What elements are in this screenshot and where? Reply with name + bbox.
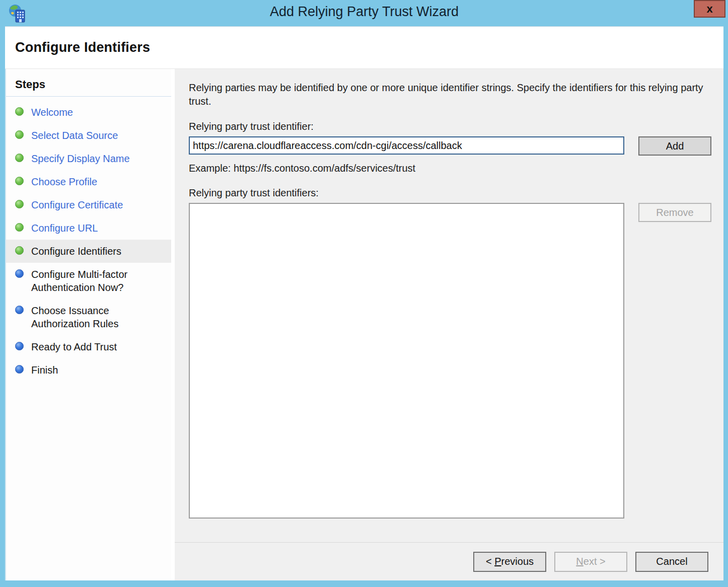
step-item-finish: Finish — [6, 358, 171, 382]
previous-button[interactable]: < Previous — [473, 552, 546, 572]
step-label: Welcome — [31, 106, 73, 119]
window-title: Add Relying Party Trust Wizard — [5, 0, 723, 23]
example-text: Example: https://fs.contoso.com/adfs/ser… — [189, 163, 711, 174]
intro-text: Relying parties may be identified by one… — [189, 81, 707, 108]
step-label: Ready to Add Trust — [31, 340, 117, 353]
step-label: Choose Issuance Authorization Rules — [31, 304, 152, 330]
step-item-configure-identifiers: Configure Identifiers — [6, 240, 171, 263]
step-item-select-data-source[interactable]: Select Data Source — [6, 124, 171, 147]
next-button[interactable]: Next > — [554, 552, 627, 572]
identifier-label: Relying party trust identifier: — [189, 121, 711, 132]
step-label: Configure Certificate — [31, 198, 123, 211]
wizard-window: Add Relying Party Trust Wizard x Configu… — [0, 0, 728, 587]
add-button[interactable]: Add — [638, 136, 711, 156]
green-bullet-icon — [15, 246, 24, 255]
wizard-chrome: Configure Identifiers Steps WelcomeSelec… — [5, 26, 723, 580]
steps-heading: Steps — [6, 74, 171, 97]
steps-sidebar: Steps WelcomeSelect Data SourceSpecify D… — [5, 69, 171, 580]
close-button[interactable]: x — [694, 0, 725, 18]
steps-list: WelcomeSelect Data SourceSpecify Display… — [6, 101, 171, 382]
blue-bullet-icon — [15, 306, 24, 314]
identifiers-list-label: Relying party trust identifiers: — [189, 187, 711, 199]
step-label: Select Data Source — [31, 129, 118, 142]
cancel-button[interactable]: Cancel — [635, 552, 708, 572]
identifiers-listbox[interactable] — [189, 203, 624, 519]
step-item-welcome[interactable]: Welcome — [6, 101, 171, 124]
green-bullet-icon — [15, 177, 24, 185]
step-label: Choose Profile — [31, 175, 97, 188]
green-bullet-icon — [15, 107, 24, 116]
step-item-ready-to-add-trust: Ready to Add Trust — [6, 335, 171, 358]
green-bullet-icon — [15, 223, 24, 232]
step-label: Specify Display Name — [31, 152, 130, 165]
footer-bar: < Previous Next > Cancel — [175, 542, 723, 580]
step-item-configure-certificate[interactable]: Configure Certificate — [6, 193, 171, 216]
step-label: Configure URL — [31, 222, 98, 235]
blue-bullet-icon — [15, 365, 24, 374]
step-item-specify-display-name[interactable]: Specify Display Name — [6, 147, 171, 170]
step-label: Configure Identifiers — [31, 245, 121, 258]
step-label: Configure Multi-factor Authentication No… — [31, 268, 152, 294]
blue-bullet-icon — [15, 342, 24, 350]
main-panel: Relying parties may be identified by one… — [175, 69, 723, 580]
step-item-choose-issuance-authorization-rules: Choose Issuance Authorization Rules — [6, 299, 171, 335]
titlebar: Add Relying Party Trust Wizard x — [5, 0, 723, 26]
step-item-choose-profile[interactable]: Choose Profile — [6, 170, 171, 193]
green-bullet-icon — [15, 200, 24, 208]
step-label: Finish — [31, 363, 58, 377]
identifier-input[interactable] — [189, 136, 624, 155]
page-title: Configure Identifiers — [15, 40, 150, 55]
green-bullet-icon — [15, 154, 24, 162]
remove-button[interactable]: Remove — [638, 203, 711, 222]
green-bullet-icon — [15, 130, 24, 139]
blue-bullet-icon — [15, 269, 24, 278]
step-item-configure-url[interactable]: Configure URL — [6, 216, 171, 240]
panel-divider — [171, 69, 175, 580]
step-item-configure-multi-factor-authentication-now: Configure Multi-factor Authentication No… — [6, 263, 171, 299]
page-header: Configure Identifiers — [5, 27, 723, 69]
